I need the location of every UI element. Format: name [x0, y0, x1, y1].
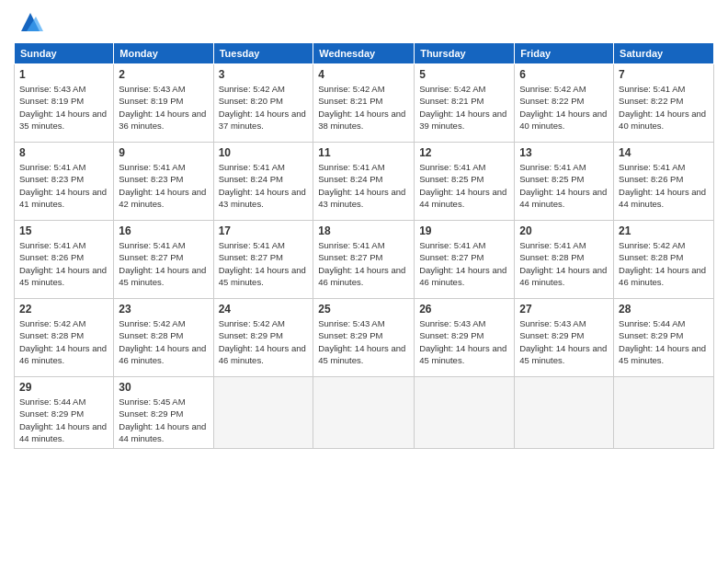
col-tuesday: Tuesday — [213, 43, 313, 64]
day-number: 18 — [318, 224, 409, 237]
day-number: 9 — [119, 146, 208, 159]
calendar-cell: 7 Sunrise: 5:41 AMSunset: 8:22 PMDayligh… — [614, 64, 714, 143]
day-info: Sunrise: 5:42 AMSunset: 8:28 PMDaylight:… — [19, 318, 107, 365]
day-info: Sunrise: 5:43 AMSunset: 8:29 PMDaylight:… — [318, 318, 405, 365]
day-number: 17 — [219, 224, 309, 237]
col-friday: Friday — [515, 43, 614, 64]
calendar-cell: 3 Sunrise: 5:42 AMSunset: 8:20 PMDayligh… — [213, 64, 313, 143]
day-info: Sunrise: 5:41 AMSunset: 8:24 PMDaylight:… — [318, 162, 405, 209]
day-number: 21 — [619, 224, 709, 237]
day-info: Sunrise: 5:41 AMSunset: 8:26 PMDaylight:… — [19, 240, 107, 287]
day-number: 30 — [119, 381, 208, 394]
calendar-cell: 6 Sunrise: 5:42 AMSunset: 8:22 PMDayligh… — [515, 64, 614, 143]
day-number: 13 — [519, 146, 609, 159]
day-number: 20 — [519, 224, 609, 237]
day-number: 12 — [419, 146, 509, 159]
col-sunday: Sunday — [15, 43, 114, 64]
day-number: 26 — [419, 303, 509, 316]
day-info: Sunrise: 5:41 AMSunset: 8:25 PMDaylight:… — [519, 162, 607, 209]
day-number: 4 — [318, 68, 409, 81]
col-monday: Monday — [114, 43, 213, 64]
calendar-cell: 26 Sunrise: 5:43 AMSunset: 8:29 PMDaylig… — [415, 299, 515, 377]
day-number: 11 — [318, 146, 409, 159]
col-wednesday: Wednesday — [313, 43, 415, 64]
calendar-cell: 27 Sunrise: 5:43 AMSunset: 8:29 PMDaylig… — [515, 299, 614, 377]
calendar-cell — [515, 377, 614, 449]
calendar-cell: 28 Sunrise: 5:44 AMSunset: 8:29 PMDaylig… — [614, 299, 714, 377]
day-number: 22 — [19, 303, 108, 316]
day-info: Sunrise: 5:41 AMSunset: 8:23 PMDaylight:… — [19, 162, 107, 209]
calendar-cell: 11 Sunrise: 5:41 AMSunset: 8:24 PMDaylig… — [313, 143, 415, 221]
calendar-cell: 16 Sunrise: 5:41 AMSunset: 8:27 PMDaylig… — [114, 221, 213, 299]
day-number: 15 — [19, 224, 108, 237]
day-number: 6 — [519, 68, 609, 81]
calendar-table: Sunday Monday Tuesday Wednesday Thursday… — [14, 42, 714, 449]
day-number: 10 — [219, 146, 309, 159]
calendar-cell: 22 Sunrise: 5:42 AMSunset: 8:28 PMDaylig… — [15, 299, 114, 377]
calendar-cell: 23 Sunrise: 5:42 AMSunset: 8:28 PMDaylig… — [114, 299, 213, 377]
day-info: Sunrise: 5:41 AMSunset: 8:27 PMDaylight:… — [318, 240, 405, 287]
calendar-cell: 2 Sunrise: 5:43 AMSunset: 8:19 PMDayligh… — [114, 64, 213, 143]
calendar-cell: 4 Sunrise: 5:42 AMSunset: 8:21 PMDayligh… — [313, 64, 415, 143]
calendar-cell: 12 Sunrise: 5:41 AMSunset: 8:25 PMDaylig… — [415, 143, 515, 221]
day-number: 8 — [19, 146, 108, 159]
day-number: 1 — [19, 68, 108, 81]
day-info: Sunrise: 5:41 AMSunset: 8:22 PMDaylight:… — [619, 84, 706, 131]
day-info: Sunrise: 5:42 AMSunset: 8:22 PMDaylight:… — [519, 84, 607, 131]
page: Sunday Monday Tuesday Wednesday Thursday… — [0, 0, 728, 563]
calendar-cell: 25 Sunrise: 5:43 AMSunset: 8:29 PMDaylig… — [313, 299, 415, 377]
day-info: Sunrise: 5:41 AMSunset: 8:28 PMDaylight:… — [519, 240, 607, 287]
day-info: Sunrise: 5:42 AMSunset: 8:21 PMDaylight:… — [419, 84, 506, 131]
day-number: 23 — [119, 303, 208, 316]
logo-icon — [17, 9, 43, 35]
calendar-cell: 17 Sunrise: 5:41 AMSunset: 8:27 PMDaylig… — [213, 221, 313, 299]
calendar-cell: 9 Sunrise: 5:41 AMSunset: 8:23 PMDayligh… — [114, 143, 213, 221]
day-info: Sunrise: 5:41 AMSunset: 8:27 PMDaylight:… — [419, 240, 506, 287]
calendar-cell: 20 Sunrise: 5:41 AMSunset: 8:28 PMDaylig… — [515, 221, 614, 299]
calendar-cell: 21 Sunrise: 5:42 AMSunset: 8:28 PMDaylig… — [614, 221, 714, 299]
calendar-cell: 18 Sunrise: 5:41 AMSunset: 8:27 PMDaylig… — [313, 221, 415, 299]
logo — [14, 9, 43, 35]
day-number: 24 — [219, 303, 309, 316]
day-info: Sunrise: 5:41 AMSunset: 8:24 PMDaylight:… — [219, 162, 306, 209]
calendar-cell: 8 Sunrise: 5:41 AMSunset: 8:23 PMDayligh… — [15, 143, 114, 221]
day-number: 29 — [19, 381, 108, 394]
calendar-cell: 10 Sunrise: 5:41 AMSunset: 8:24 PMDaylig… — [213, 143, 313, 221]
day-info: Sunrise: 5:43 AMSunset: 8:19 PMDaylight:… — [19, 84, 107, 131]
day-info: Sunrise: 5:42 AMSunset: 8:28 PMDaylight:… — [119, 318, 206, 365]
day-info: Sunrise: 5:44 AMSunset: 8:29 PMDaylight:… — [19, 396, 107, 443]
day-info: Sunrise: 5:41 AMSunset: 8:27 PMDaylight:… — [219, 240, 306, 287]
day-info: Sunrise: 5:42 AMSunset: 8:20 PMDaylight:… — [219, 84, 306, 131]
calendar-cell — [415, 377, 515, 449]
day-info: Sunrise: 5:43 AMSunset: 8:29 PMDaylight:… — [519, 318, 607, 365]
day-number: 25 — [318, 303, 409, 316]
day-number: 2 — [119, 68, 208, 81]
day-info: Sunrise: 5:42 AMSunset: 8:21 PMDaylight:… — [318, 84, 405, 131]
calendar-cell: 24 Sunrise: 5:42 AMSunset: 8:29 PMDaylig… — [213, 299, 313, 377]
header — [14, 9, 714, 35]
calendar-cell: 29 Sunrise: 5:44 AMSunset: 8:29 PMDaylig… — [15, 377, 114, 449]
day-number: 14 — [619, 146, 709, 159]
col-thursday: Thursday — [415, 43, 515, 64]
day-number: 19 — [419, 224, 509, 237]
calendar-cell — [213, 377, 313, 449]
day-info: Sunrise: 5:43 AMSunset: 8:19 PMDaylight:… — [119, 84, 206, 131]
day-info: Sunrise: 5:41 AMSunset: 8:25 PMDaylight:… — [419, 162, 506, 209]
day-number: 5 — [419, 68, 509, 81]
day-info: Sunrise: 5:45 AMSunset: 8:29 PMDaylight:… — [119, 396, 206, 443]
calendar-cell: 13 Sunrise: 5:41 AMSunset: 8:25 PMDaylig… — [515, 143, 614, 221]
calendar-cell: 5 Sunrise: 5:42 AMSunset: 8:21 PMDayligh… — [415, 64, 515, 143]
day-number: 27 — [519, 303, 609, 316]
day-number: 3 — [219, 68, 309, 81]
col-saturday: Saturday — [614, 43, 714, 64]
calendar-cell: 30 Sunrise: 5:45 AMSunset: 8:29 PMDaylig… — [114, 377, 213, 449]
calendar-cell: 15 Sunrise: 5:41 AMSunset: 8:26 PMDaylig… — [15, 221, 114, 299]
day-info: Sunrise: 5:41 AMSunset: 8:23 PMDaylight:… — [119, 162, 206, 209]
day-info: Sunrise: 5:42 AMSunset: 8:29 PMDaylight:… — [219, 318, 306, 365]
day-info: Sunrise: 5:41 AMSunset: 8:26 PMDaylight:… — [619, 162, 706, 209]
calendar-cell — [614, 377, 714, 449]
calendar-cell: 19 Sunrise: 5:41 AMSunset: 8:27 PMDaylig… — [415, 221, 515, 299]
day-info: Sunrise: 5:41 AMSunset: 8:27 PMDaylight:… — [119, 240, 206, 287]
calendar-cell: 1 Sunrise: 5:43 AMSunset: 8:19 PMDayligh… — [15, 64, 114, 143]
day-number: 28 — [619, 303, 709, 316]
